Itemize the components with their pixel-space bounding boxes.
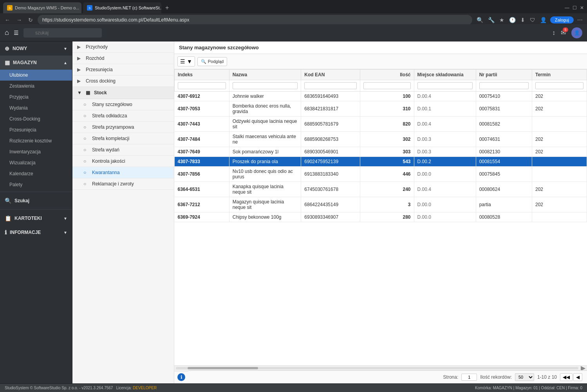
search-action-icon[interactable]: 🔍	[475, 16, 484, 24]
cell-indeks: 4307-7053	[175, 101, 229, 117]
sub-sidebar-item-kompletacji[interactable]: ○ Strefa kompletacji	[72, 133, 174, 144]
table-row[interactable]: 4307-6912 Johnnie walker 6836591640493 1…	[175, 92, 587, 101]
wydan-label: Strefa wydań	[92, 147, 119, 153]
address-input[interactable]	[38, 15, 472, 25]
sidebar-item-ulubione[interactable]: Ulubione	[0, 70, 72, 81]
sidebar-item-rozliczenie[interactable]: Rozliczenie kosztów	[0, 135, 72, 146]
more-button[interactable]: ⋯	[576, 16, 584, 24]
bottom-bar: ℹ Strona: Ilość rekordów: 50 25 100 1-10…	[174, 370, 587, 383]
login-button[interactable]: Zaloguj	[550, 16, 574, 23]
page-first-button[interactable]: ◀◀	[560, 373, 573, 381]
table-row[interactable]: 4307-7443 Odżywki quisque lacinia neque …	[175, 117, 587, 132]
filter-nazwa-input[interactable]	[233, 82, 298, 89]
filter-miejsce-input[interactable]	[417, 82, 473, 89]
sub-sidebar-item-stany[interactable]: ○ Stany szczegółowo	[72, 99, 174, 110]
cell-termin	[532, 167, 587, 182]
reload-button[interactable]: ↻	[27, 16, 34, 24]
sidebar-item-palety[interactable]: Palety	[0, 179, 72, 190]
search-input[interactable]	[23, 28, 102, 38]
sidebar-item-wizualizacja[interactable]: Wizualizacja	[0, 157, 72, 168]
security-icon[interactable]: 🛡	[529, 16, 536, 24]
app-logo-menu[interactable]: ☰	[14, 30, 19, 36]
table-row[interactable]: 4307-7833 Proszek do prania ola 69024759…	[175, 157, 587, 167]
cell-termin: 202	[532, 197, 587, 212]
sub-sidebar-item-reklamacje[interactable]: ○ Reklamacje i zwroty	[72, 178, 174, 190]
info-row: ℹ	[174, 371, 188, 383]
app-footer: StudioSystem © SoftwareStudio Sp. z o.o.…	[0, 383, 587, 392]
sidebar-item-cross-docking[interactable]: Cross-Docking	[0, 113, 72, 124]
profile-icon[interactable]: 👤	[539, 16, 548, 24]
hamburger-menu-button[interactable]: ☰ ▼	[177, 56, 195, 67]
sub-sidebar-item-przychody[interactable]: ▶ Przychody	[72, 41, 174, 53]
filter-partia-input[interactable]	[479, 82, 529, 89]
przesuniecia-chevron-icon: ▶	[77, 67, 83, 72]
info-icon[interactable]: ℹ	[177, 373, 185, 381]
tab-1[interactable]: S Demo Magazyn WMS - Demo o... ✕	[3, 2, 81, 13]
cell-nazwa: Nv10 usb donec quis odio ac purus	[229, 167, 301, 182]
app-logo-home[interactable]: ⌂	[5, 29, 9, 37]
sidebar-item-inwentaryzacja[interactable]: Inwentaryzacja	[0, 146, 72, 157]
sidebar-item-przyjecia[interactable]: Przyjęcia	[0, 92, 72, 102]
sub-sidebar-item-odkladcza[interactable]: ○ Strefa odkładcza	[72, 110, 174, 122]
table-row[interactable]: 4307-7484 Stalki maecenas vehicula ante …	[175, 132, 587, 147]
page-label: Strona:	[443, 374, 459, 380]
cell-miejsce: D.00.0	[414, 167, 476, 182]
table-row[interactable]: 6364-6531 Kanapka quisque lacinia neque …	[175, 182, 587, 197]
filter-termin-input[interactable]	[535, 82, 583, 89]
back-button[interactable]: ←	[3, 16, 12, 24]
sub-sidebar-item-rozchod[interactable]: ▶ Rozchód	[72, 53, 174, 64]
browser-actions: 🔍 🔧 ★ 🕐 ⬇ 🛡 👤 Zaloguj ⋯	[475, 16, 584, 24]
sidebar-section-magazyn[interactable]: ▦ MAGAZYN ▲	[0, 56, 72, 70]
filter-miejsce	[414, 80, 476, 92]
sub-sidebar-item-jakosci[interactable]: ○ Kontrola jakości	[72, 156, 174, 167]
table-header-row: Indeks Nazwa Kod EAN Ilość Miejsce skład…	[175, 70, 587, 80]
scroll-thumb[interactable]	[188, 367, 258, 369]
scroll-bar-horizontal[interactable]: ▶	[174, 365, 587, 370]
filter-indeks-input[interactable]	[178, 82, 226, 89]
table-row[interactable]: 4307-7053 Bomberka donec eros nulla, gra…	[175, 101, 587, 117]
sub-sidebar-item-przesuniecia[interactable]: ▶ Przesunięcia	[72, 64, 174, 76]
filter-ilosc-input[interactable]	[363, 82, 410, 89]
records-select[interactable]: 50 25 100	[515, 373, 534, 381]
th-kodean: Kod EAN	[301, 70, 360, 80]
sidebar-item-wydania[interactable]: Wydania	[0, 102, 72, 113]
table-row[interactable]: 6369-7924 Chipsy bekonowe 100g 693089334…	[175, 212, 587, 222]
sidebar-section-kartoteki[interactable]: 📋 KARTOTEKI ▼	[0, 211, 72, 225]
sub-sidebar-item-przyrampowa[interactable]: ○ Strefa przyrampowa	[72, 122, 174, 133]
sidebar-item-kalendarze[interactable]: Kalendarze	[0, 168, 72, 179]
filter-kodean-input[interactable]	[304, 82, 357, 89]
sidebar-section-szukaj[interactable]: 🔍 Szukaj	[0, 194, 72, 208]
sub-sidebar-item-kwarantanna[interactable]: ○ Kwarantanna	[72, 167, 174, 178]
downloads-icon[interactable]: ⬇	[519, 16, 526, 24]
extensions-icon[interactable]: 🔧	[487, 16, 496, 24]
sub-sidebar-item-wydan[interactable]: ○ Strefa wydań	[72, 144, 174, 156]
bookmarks-icon[interactable]: ★	[498, 16, 506, 24]
forward-button[interactable]: →	[15, 16, 23, 24]
tab-2[interactable]: S StudioSystem.NET (c) SoftwareSt... ✕	[83, 2, 161, 13]
table-row[interactable]: 4307-7649 Sok pomarańczowy 1l 6890300546…	[175, 147, 587, 157]
preview-button[interactable]: 🔍 Podgląd	[197, 57, 227, 66]
user-avatar[interactable]: 👤	[571, 27, 582, 38]
mail-icon[interactable]: ✉ 5	[561, 29, 566, 36]
cell-nazwa: Magazyn quisque lacinia neque sit	[229, 197, 301, 212]
sidebar-item-zestawienia[interactable]: Zestawienia	[0, 81, 72, 92]
sub-sidebar-item-cross-docking[interactable]: ▶ Cross docking	[72, 76, 174, 87]
th-miejsce: Miejsce składowania	[414, 70, 476, 80]
sub-sidebar-section-stock[interactable]: ▼ ▦ Stock	[72, 87, 174, 99]
table-row[interactable]: 4307-7856 Nv10 usb donec quis odio ac pu…	[175, 167, 587, 182]
preview-icon: 🔍	[201, 59, 206, 64]
toolbar-right: ↕ ✉ 5 👤	[552, 27, 582, 38]
history-icon[interactable]: 🕐	[508, 16, 517, 24]
new-tab-button[interactable]: +	[163, 4, 171, 12]
th-indeks: Indeks	[175, 70, 229, 80]
content-toolbar: ☰ ▼ 🔍 Podgląd	[174, 54, 587, 69]
sidebar-section-nowy[interactable]: ⊕ NOWY ▼	[0, 41, 72, 56]
informacje-chevron: ▼	[63, 230, 67, 235]
sidebar-item-przesuniecia[interactable]: Przesunięcia	[0, 124, 72, 135]
sidebar-divider-1	[0, 192, 72, 192]
sidebar-section-informacje[interactable]: ℹ INFORMACJE ▼	[0, 225, 72, 239]
notifications-icon[interactable]: ↕	[552, 29, 555, 36]
page-prev-button[interactable]: ◀	[573, 373, 582, 381]
table-row[interactable]: 6367-7212 Magazyn quisque lacinia neque …	[175, 197, 587, 212]
page-input[interactable]	[461, 374, 477, 381]
